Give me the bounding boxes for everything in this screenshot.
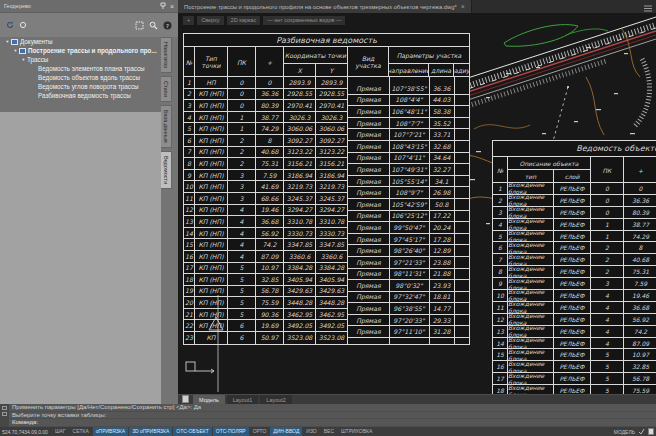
col-layer: слой xyxy=(554,170,591,183)
tree-item[interactable]: Ведомость объектов вдоль трассы xyxy=(0,73,161,82)
layout-tabs: Модель Layout1 Layout2 xyxy=(193,395,292,405)
col-desc-group: Описание объекта xyxy=(508,157,591,170)
command-input[interactable]: Команда: xyxy=(9,419,656,427)
table-title: Ведомость объектов xyxy=(493,141,656,157)
layout-tab[interactable]: Layout1 xyxy=(227,395,259,405)
table-row: 5 Вхождение блока РЕЛЬЕФ 1 74.29 xyxy=(493,231,656,243)
table-row: 8 КП (НП) 2 75.31 3156.21 3156.21 xyxy=(184,158,348,170)
tree-item-documents[interactable]: ▾ Документы xyxy=(0,37,161,46)
table-row: 8 Вхождение блока РЕЛЬЕФ 2 75.31 xyxy=(493,266,656,278)
table-row: 19 КП (НП) 5 56.78 3429.63 3429.63 xyxy=(184,286,348,298)
refresh-icon[interactable] xyxy=(6,21,14,29)
table-row: 12 Вхождение блока РЕЛЬЕФ 4 56.92 xyxy=(493,314,656,326)
sheet-icon xyxy=(182,395,189,404)
close-icon[interactable]: × xyxy=(170,3,174,10)
table-header: № Описание объекта тип слой ПК + xyxy=(493,157,656,183)
tree-item[interactable]: Ведомость элементов плана трассы xyxy=(0,64,161,73)
status-toggle[interactable]: ИЗО xyxy=(303,427,319,436)
viewport-control-button[interactable]: 2D каркас xyxy=(227,16,261,25)
help-icon[interactable]: ? xyxy=(163,21,172,30)
status-toggle[interactable]: СЕТКА xyxy=(70,427,92,436)
segment-row: Прямая 108°7'7" 35.52 xyxy=(348,118,469,130)
cursor-coordinates: 524.70,7434.09,0.00 xyxy=(2,429,48,435)
table-row: 6 КП (НП) 2 8 3092.27 3092.27 xyxy=(184,135,348,147)
pin-icon[interactable] xyxy=(160,2,166,10)
table-row: 10 КП (НП) 3 41.69 3219.73 3219.73 xyxy=(184,181,348,193)
status-toggle[interactable]: ДИН-ВВОД xyxy=(270,427,302,436)
status-toggle[interactable]: оПРИВЯЗКА xyxy=(93,427,128,436)
tab-close-icon[interactable]: × xyxy=(461,3,465,10)
status-toggle[interactable]: 3D оПРИВЯЗКА xyxy=(129,427,172,436)
segment-row: Прямая 98°11'31" 21.88 xyxy=(348,269,469,281)
panel-tab[interactable]: База данных xyxy=(161,105,172,148)
col-pk: ПК xyxy=(591,157,624,183)
document-tree: ▾ Документы ▾ Построение трассы и продол… xyxy=(0,37,161,112)
table-row: 15 КП (НП) 4 74.2 3347.85 3347.85 xyxy=(184,239,348,251)
status-toggle[interactable]: ВЕС xyxy=(321,427,337,436)
status-toggle[interactable]: ОТС-ОБЪЕКТ xyxy=(173,427,211,436)
document-tab-title: Построение трассы и продольного профиля … xyxy=(184,4,457,10)
objects-table: Ведомость объектов № Описание объекта ти… xyxy=(492,140,656,398)
panel-tab[interactable]: Стили xyxy=(161,76,172,102)
viewport-control-button[interactable]: Сверху xyxy=(197,16,223,25)
table-row: 5 КП (НП) 1 74.29 3060.06 3060.06 xyxy=(184,123,348,135)
segment-row: Прямая 108°4'4" 44.03 xyxy=(348,95,469,107)
table-row: 7 КП (НП) 2 40.68 3123.22 3123.22 xyxy=(184,147,348,159)
panel-toolbar: ? xyxy=(0,13,178,37)
col-coords-group: Координаты точки xyxy=(284,47,348,64)
breakdown-table: Разбивочная ведомость № Тип точки ПК + К… xyxy=(183,33,470,345)
expander-icon[interactable]: ▾ xyxy=(12,48,19,53)
segment-row: Прямая 97°20'33" 29.33 xyxy=(348,315,469,327)
col-x: X xyxy=(284,64,316,77)
col-pk: ПК xyxy=(228,47,256,77)
table-row: 12 КП (НП) 4 19.46 3294.27 3294.27 xyxy=(184,205,348,217)
tree-item[interactable]: Ведомость углов поворота трассы xyxy=(0,82,161,91)
segment-row: Прямая 107°49'31" 32.27 xyxy=(348,164,469,176)
col-radius: радиус xyxy=(454,64,469,77)
command-line-panel: Применить параметры [Да/Нет/Сохранено/Со… xyxy=(0,404,656,427)
switch-space-icon[interactable] xyxy=(638,428,645,436)
segment-row: Прямая 106°25'12" 17.22 xyxy=(348,211,469,223)
tree-item-project[interactable]: ▾ Построение трассы и продольного про... xyxy=(0,46,161,55)
table-row: 16 КП (НП) 4 87.09 3360.6 3360.6 xyxy=(184,251,348,263)
document-tab[interactable]: Построение трассы и продольного профиля … xyxy=(178,0,472,13)
table-row: 13 КП (НП) 4 36.68 3310.78 3310.78 xyxy=(184,216,348,228)
segment-row: Прямая 98°0'32" 23.93 xyxy=(348,280,469,292)
sync-icon[interactable] xyxy=(19,21,27,29)
layout-tabbar: Модель Layout1 Layout2 xyxy=(178,394,656,404)
viewport-control-button[interactable]: — нет сохраненных видов — xyxy=(263,16,345,25)
document-tabbar: Построение трассы и продольного профиля … xyxy=(178,0,656,13)
paper-icon[interactable] xyxy=(648,428,654,436)
expander-icon[interactable]: ▾ xyxy=(20,57,27,62)
col-plus: + xyxy=(256,47,284,77)
status-toggle[interactable]: ШАГ xyxy=(52,427,69,436)
status-toggle[interactable]: ШТРИХОВКА xyxy=(338,427,375,436)
zoom-icon[interactable] xyxy=(149,21,158,30)
table-row: 11 КП (НП) 3 68.66 3245.37 3245.37 xyxy=(184,193,348,205)
ucs-icon xyxy=(186,362,214,373)
viewport-control-button[interactable]: + xyxy=(183,16,194,25)
layout-tab[interactable]: Модель xyxy=(193,395,225,405)
col-num: № xyxy=(184,47,195,77)
table-row: 3 Вхождение блока РЕЛЬЕФ 0 80.39 xyxy=(493,207,656,219)
space-label[interactable]: МОДЕЛЬ xyxy=(614,429,635,435)
segment-row: Прямая 107°4'11" 34.64 xyxy=(348,153,469,165)
layout-tab[interactable]: Layout2 xyxy=(260,395,292,405)
panel-empty-area xyxy=(0,112,161,404)
segment-row: Прямая 97°11'10" 31.28 xyxy=(348,326,469,338)
select-area-icon[interactable] xyxy=(135,21,144,30)
expander-icon[interactable]: ▾ xyxy=(4,39,11,44)
table-row: 14 Вхождение блока РЕЛЬЕФ 4 87.09 xyxy=(493,338,656,350)
command-history-line: Выберите точку вставки таблицы: xyxy=(9,412,656,420)
tree-item[interactable]: Разбивочная ведомость трассы xyxy=(0,91,161,100)
status-toggle[interactable]: ОТС-ПОЛЯР xyxy=(213,427,249,436)
segment-row: Прямая 105°55'14" 34.1 xyxy=(348,176,469,188)
table-row: 10 Вхождение блока РЕЛЬЕФ 4 19.46 xyxy=(493,290,656,302)
table-row: 9 КП (НП) 3 7.59 3186.94 3186.94 xyxy=(184,170,348,182)
tree-item-trassy[interactable]: ▾ Трассы xyxy=(0,55,161,64)
panel-tab[interactable]: Навигатор xyxy=(161,37,172,73)
table-row: 16 Вхождение блока РЕЛЬЕФ 5 32.85 xyxy=(493,361,656,373)
segment-row: Прямая 107°38'55" 36.36 xyxy=(348,83,469,95)
panel-tab[interactable]: Ведомости xyxy=(161,151,172,189)
status-toggle[interactable]: ОРТО xyxy=(250,427,270,436)
